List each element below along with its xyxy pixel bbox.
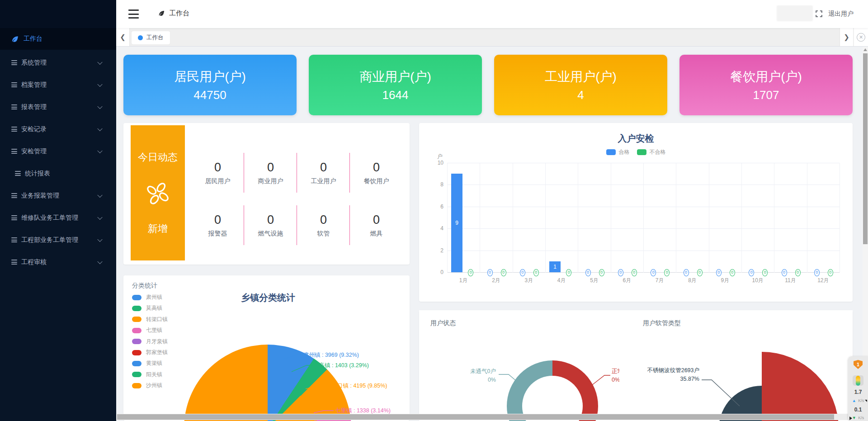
stat-card-title: 居民用户(户) (174, 68, 246, 85)
bar[interactable]: 1 (549, 261, 561, 272)
stat-card[interactable]: 商业用户(户)1644 (309, 55, 482, 115)
legend-item-pass[interactable]: 合格 (606, 148, 630, 156)
tabs-scroll-left-icon[interactable]: ❮ (116, 28, 130, 46)
chevron-down-icon (97, 259, 102, 264)
chevron-down-icon (97, 237, 102, 241)
donut-label-normal-gas: 正常通气00% (612, 367, 619, 385)
menu-icon (15, 171, 21, 176)
menu-icon (11, 215, 17, 220)
zero-marker: 0 (664, 269, 670, 276)
user-status-chart: 用户状态 未通气0户0% 正常通气00% (419, 310, 619, 421)
zero-marker: 0 (651, 269, 656, 276)
sidebar-item[interactable]: 报表管理 (0, 96, 116, 118)
pie-legend-item[interactable]: 肃州镇 (132, 293, 162, 301)
hamburger-icon[interactable] (128, 9, 139, 19)
legend-swatch (132, 306, 142, 311)
zero-marker: 0 (520, 269, 525, 276)
today-stat-value: 0 (320, 161, 327, 175)
legend-swatch (132, 383, 142, 388)
sidebar-item[interactable]: 工程部业务工单管理 (0, 229, 116, 251)
sidebar-item[interactable]: 安检管理 (0, 140, 116, 162)
chevron-down-icon (97, 104, 102, 109)
vertical-scrollbar-thumb[interactable] (863, 53, 868, 244)
chart-title: 用户状态 (430, 319, 456, 327)
pie-legend-item[interactable]: 沙州镇 (132, 382, 162, 389)
x-tick-label: 3月 (524, 277, 533, 284)
x-tick-label: 10月 (752, 277, 763, 284)
legend-label: 七里镇 (146, 326, 162, 334)
legend-swatch (132, 372, 142, 377)
pie-legend-item[interactable]: 七里镇 (132, 326, 162, 334)
tabs-close-all-button[interactable]: ✕ (854, 28, 868, 46)
legend-swatch (132, 328, 142, 333)
bar[interactable]: 9 (451, 174, 462, 272)
chart-legend: 合格 不合格 (419, 148, 853, 156)
bar-plot-area: 900000100000000000000000 (447, 163, 840, 273)
sidebar-item-label: 安检管理 (21, 147, 47, 156)
y-tick-label: 2 (425, 247, 443, 254)
pie-legend-item[interactable]: 黄渠镇 (132, 360, 162, 367)
town-classification-panel: 分类统计 肃州镇莫高镇转渠口镇七里镇月牙泉镇郭家堡镇黄渠镇阳关镇沙州镇 乡镇分类… (123, 275, 410, 421)
zero-marker: 0 (782, 269, 787, 276)
label-line: 不锈钢波纹管2693户 (647, 366, 699, 375)
today-stat-cell: 0工业用户 (297, 147, 350, 199)
stat-card[interactable]: 餐饮用户(户)1707 (679, 55, 853, 115)
pie-legend-item[interactable]: 郭家堡镇 (132, 349, 168, 356)
sidebar-item-label: 报表管理 (21, 103, 47, 111)
sidebar-item-workbench[interactable]: 工作台 (0, 28, 116, 50)
sidebar-item[interactable]: 统计报表 (0, 162, 116, 184)
chevron-down-icon (97, 214, 102, 219)
pie-chart-title: 乡镇分类统计 (178, 292, 359, 304)
x-tick-label: 12月 (817, 277, 829, 284)
legend-swatch (637, 149, 646, 155)
stat-card-value: 1707 (753, 88, 779, 102)
tabs-scroll-right-icon[interactable]: ❯ (840, 28, 853, 46)
menu-icon (11, 260, 17, 265)
chevron-down-icon (97, 192, 102, 197)
stat-card[interactable]: 居民用户(户)44750 (123, 55, 297, 115)
stat-card[interactable]: 工业用户(户)4 (494, 55, 667, 115)
tab-label: 工作台 (146, 34, 164, 42)
zero-marker: 0 (599, 269, 604, 276)
today-stat-label: 燃气设施 (258, 230, 283, 238)
sidebar-item[interactable]: 维修队业务工单管理 (0, 207, 116, 229)
grid-line (741, 163, 742, 273)
cursor-triangle (865, 400, 867, 402)
zero-marker: 0 (762, 269, 768, 276)
sidebar-item[interactable]: 系统管理 (0, 52, 116, 74)
app-root: 工作台 系统管理档案管理报表管理安检记录安检管理统计报表业务报装管理维修队业务工… (0, 0, 868, 421)
x-tick-label: 5月 (590, 277, 599, 284)
legend-label: 黄渠镇 (146, 360, 162, 367)
sidebar-item[interactable]: 工程审核 (0, 251, 116, 273)
pie-legend-item[interactable]: 转渠口镇 (132, 316, 168, 323)
close-icon: ✕ (857, 33, 865, 42)
fullscreen-icon[interactable] (815, 9, 824, 19)
network-monitor-widget[interactable]: 1 1.7 ▲ K/s 0.1 ▼ K/s (848, 356, 868, 421)
scroll-up-arrow-icon[interactable] (863, 48, 867, 51)
pie-legend-item[interactable]: 莫高镇 (132, 304, 162, 312)
sidebar-item[interactable]: 业务报装管理 (0, 184, 116, 207)
tab-workbench[interactable]: 工作台 (132, 31, 170, 44)
x-tick-label: 6月 (623, 277, 631, 284)
legend-swatch (606, 149, 616, 155)
legend-item-fail[interactable]: 不合格 (637, 148, 666, 156)
zero-marker: 0 (566, 269, 571, 276)
horizontal-scrollbar-thumb[interactable] (117, 414, 834, 420)
bar-value-label: 1 (553, 264, 557, 270)
zero-marker: 0 (487, 269, 493, 276)
chevron-down-icon (97, 126, 102, 131)
x-tick-label: 8月 (688, 277, 697, 284)
hose-pie-label: 不锈钢波纹管2693户35.87% (647, 366, 699, 384)
today-stat-cell: 0软管 (297, 199, 350, 251)
legend-swatch (132, 339, 142, 344)
sidebar-item[interactable]: 安检记录 (0, 118, 116, 140)
zero-marker: 0 (501, 269, 506, 276)
pie-legend-item[interactable]: 阳关镇 (132, 371, 162, 378)
zero-marker: 0 (749, 269, 754, 276)
pie-legend-item[interactable]: 月牙泉镇 (132, 338, 168, 345)
menu-icon (11, 82, 17, 87)
horizontal-scrollbar[interactable] (116, 414, 863, 420)
sidebar-item[interactable]: 档案管理 (0, 74, 116, 96)
feather-icon (158, 10, 165, 17)
logout-button[interactable]: 退出用户 (828, 10, 854, 18)
